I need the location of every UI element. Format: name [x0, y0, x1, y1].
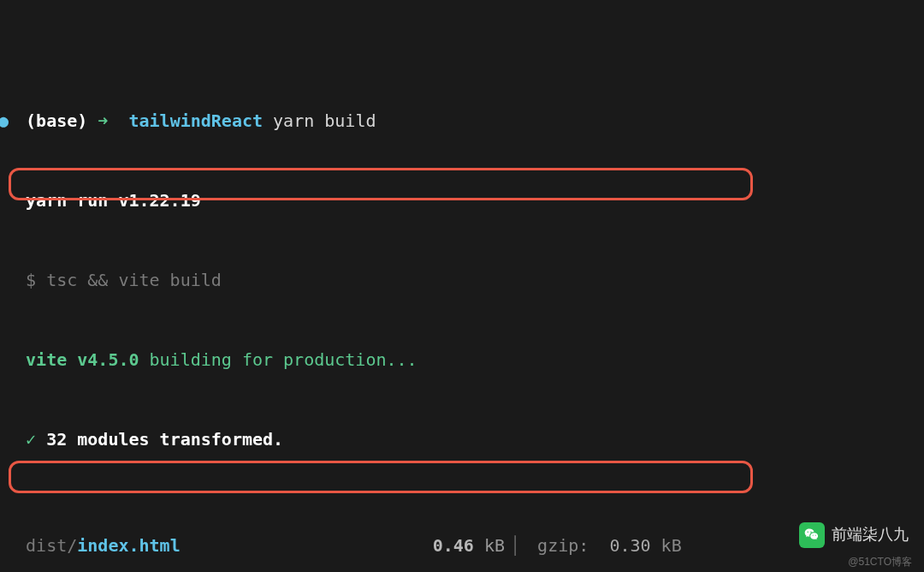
wechat-label: 前端柒八九: [832, 523, 909, 547]
build-file-row: dist/index.html0.46 kB│gzip: 0.30 kB: [0, 533, 924, 559]
site-watermark: @51CTO博客: [848, 554, 912, 570]
wechat-icon: [799, 522, 825, 548]
transformed-line: ✓ 32 modules transformed.: [0, 426, 924, 453]
terminal[interactable]: ● (base) ➜ tailwindReact yarn build yarn…: [0, 2, 924, 572]
prompt-line: ● (base) ➜ tailwindReact yarn build: [0, 108, 924, 134]
yarn-run-line: yarn run v1.22.19: [0, 188, 924, 214]
subcommand-line: $ tsc && vite build: [0, 267, 924, 294]
wechat-watermark: 前端柒八九: [799, 522, 909, 548]
vite-building-line: vite v4.5.0 building for production...: [0, 347, 924, 373]
